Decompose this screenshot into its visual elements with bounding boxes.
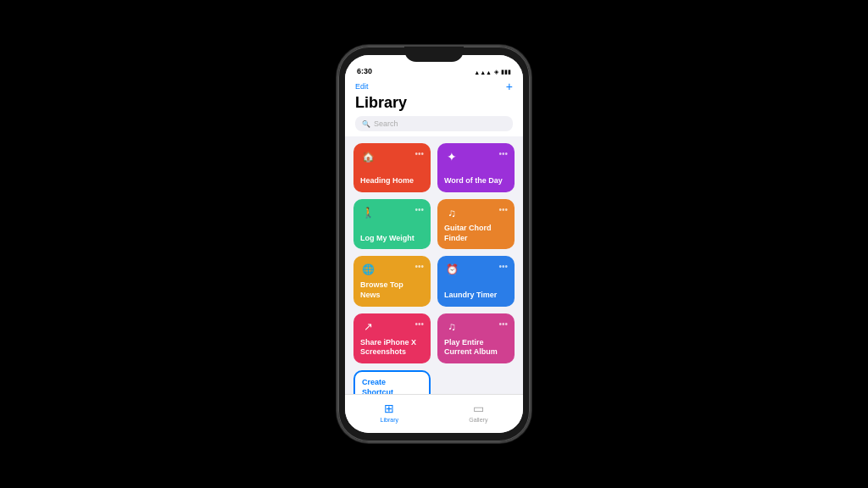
home-icon: 🏠 bbox=[360, 149, 376, 164]
card-menu-icon[interactable]: ••• bbox=[415, 149, 424, 158]
search-placeholder: Search bbox=[374, 119, 398, 128]
bottom-nav: ⊞ Library ▭ Gallery bbox=[345, 394, 523, 433]
card-label: Play Entire Current Album bbox=[444, 338, 508, 358]
nav-gallery-label: Gallery bbox=[469, 417, 487, 423]
card-header: ⏰ ••• bbox=[444, 262, 508, 277]
status-icons: ▲▲▲ ◈ ▮▮▮ bbox=[474, 69, 511, 75]
globe-icon: 🌐 bbox=[360, 262, 376, 277]
notch bbox=[404, 47, 464, 62]
signal-icon: ▲▲▲ bbox=[474, 69, 492, 75]
library-icon: ⊞ bbox=[384, 402, 394, 415]
card-label: Share iPhone X Screenshots bbox=[360, 338, 424, 358]
card-label: Guitar Chord Finder bbox=[444, 224, 508, 243]
header-actions: Edit + bbox=[355, 80, 513, 92]
header: Edit + Library 🔍 Search bbox=[345, 77, 523, 136]
shortcuts-content: 🏠 ••• Heading Home ✦ ••• Word of the Day… bbox=[345, 136, 523, 394]
nav-gallery[interactable]: ▭ Gallery bbox=[469, 402, 487, 423]
music-note-icon: ♫ bbox=[444, 319, 459, 335]
shortcut-play-album[interactable]: ♫ ••• Play Entire Current Album bbox=[437, 313, 515, 363]
card-header: 🚶 ••• bbox=[360, 205, 424, 220]
wifi-icon: ◈ bbox=[494, 69, 498, 75]
battery-icon: ▮▮▮ bbox=[501, 69, 511, 75]
card-label: Log My Weight bbox=[360, 234, 424, 244]
card-header: 🌐 ••• bbox=[360, 262, 424, 277]
card-header: 🏠 ••• bbox=[360, 149, 424, 164]
card-label: Laundry Timer bbox=[444, 291, 508, 301]
search-bar[interactable]: 🔍 Search bbox=[355, 116, 513, 131]
shortcut-heading-home[interactable]: 🏠 ••• Heading Home bbox=[353, 143, 431, 192]
shortcut-log-weight[interactable]: 🚶 ••• Log My Weight bbox=[353, 199, 431, 249]
card-header: ↗ ••• bbox=[360, 319, 424, 335]
card-menu-icon[interactable]: ••• bbox=[415, 262, 424, 271]
card-header: ♫ ••• bbox=[444, 319, 508, 335]
phone-screen: 6:30 ▲▲▲ ◈ ▮▮▮ Edit + Library 🔍 Search bbox=[345, 55, 523, 433]
add-button[interactable]: + bbox=[506, 80, 513, 92]
shortcut-grid: 🏠 ••• Heading Home ✦ ••• Word of the Day… bbox=[353, 143, 515, 394]
card-menu-icon[interactable]: ••• bbox=[498, 205, 508, 214]
clock-icon: ⏰ bbox=[444, 262, 459, 277]
phone-frame: 6:30 ▲▲▲ ◈ ▮▮▮ Edit + Library 🔍 Search bbox=[337, 45, 531, 443]
card-header: ♫ ••• bbox=[444, 205, 508, 220]
page-title: Library bbox=[355, 94, 513, 112]
card-menu-icon[interactable]: ••• bbox=[498, 149, 508, 158]
shortcut-guitar[interactable]: ♫ ••• Guitar Chord Finder bbox=[437, 199, 515, 249]
shortcut-browse-news[interactable]: 🌐 ••• Browse Top News bbox=[353, 256, 431, 306]
music-icon: ♫ bbox=[444, 205, 459, 220]
card-menu-icon[interactable]: ••• bbox=[498, 319, 508, 329]
card-label: Word of the Day bbox=[444, 176, 508, 186]
edit-button[interactable]: Edit bbox=[355, 82, 369, 91]
card-label: Heading Home bbox=[360, 176, 424, 186]
nav-library[interactable]: ⊞ Library bbox=[381, 402, 398, 423]
nav-library-label: Library bbox=[381, 417, 398, 423]
create-shortcut-label: CreateShortcut bbox=[362, 378, 422, 394]
status-time: 6:30 bbox=[357, 67, 372, 75]
shortcut-laundry[interactable]: ⏰ ••• Laundry Timer bbox=[437, 256, 515, 306]
card-header: ✦ ••• bbox=[444, 149, 508, 164]
card-menu-icon[interactable]: ••• bbox=[415, 319, 424, 329]
shortcut-share-iphone[interactable]: ↗ ••• Share iPhone X Screenshots bbox=[353, 313, 431, 363]
sparkle-icon: ✦ bbox=[444, 149, 459, 164]
search-icon: 🔍 bbox=[362, 120, 370, 128]
card-menu-icon[interactable]: ••• bbox=[415, 205, 424, 214]
card-menu-icon[interactable]: ••• bbox=[498, 262, 508, 271]
figure-icon: 🚶 bbox=[360, 205, 376, 220]
card-label: Browse Top News bbox=[360, 280, 424, 300]
gallery-icon: ▭ bbox=[473, 402, 484, 415]
create-shortcut-card[interactable]: CreateShortcut + bbox=[353, 370, 431, 394]
share-icon: ↗ bbox=[360, 319, 376, 335]
shortcut-word-of-day[interactable]: ✦ ••• Word of the Day bbox=[437, 143, 515, 192]
